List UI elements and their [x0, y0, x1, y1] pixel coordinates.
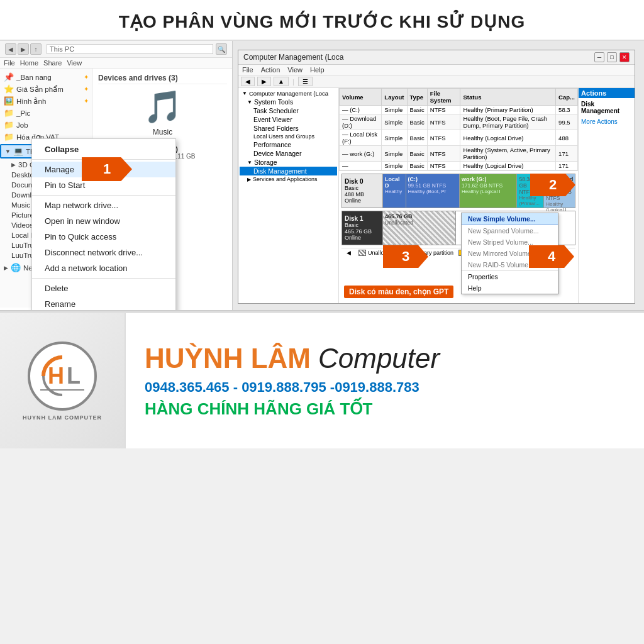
disk-1-size: 465.76 GB [345, 228, 380, 235]
cm-item-map-network[interactable]: Map network drive... [32, 197, 175, 213]
dcm-properties[interactable]: Properties [462, 271, 558, 282]
p-size: Unallocated [385, 219, 453, 226]
dcm-new-mirrored[interactable]: New Mirrored Volume... [462, 248, 558, 259]
partition-unnamed[interactable]: 58.38 GB NTFS Healthy (Primar... [517, 174, 544, 208]
maximize-btn[interactable]: □ [607, 52, 617, 62]
quick-access-item-gia-san-pham[interactable]: ⭐ Giá Sản phẩm ✦ [0, 83, 92, 95]
bottom-banner: H L HUYNH LAM COMPUTER HUỲNH LÂM Compute… [0, 311, 644, 448]
quick-access-item-ban-nang[interactable]: 📌 _Ban nang ✦ [0, 71, 92, 83]
dcm-new-raid5[interactable]: New RAID-5 Volume... [462, 259, 558, 270]
close-btn[interactable]: ✕ [619, 52, 630, 62]
cm-item-open-new[interactable]: Open in new window [32, 213, 175, 229]
item-label: Giá Sản phẩm [16, 85, 64, 94]
cm-item-add-network[interactable]: Add a network location [32, 260, 175, 276]
up-btn[interactable]: ↑ [30, 43, 42, 55]
cell-type: Basic [407, 106, 427, 114]
cm-item-pin-quick[interactable]: Pin to Quick access [32, 229, 175, 245]
back-btn[interactable]: ◀ [5, 43, 16, 55]
legend-nav-left[interactable]: ◀ [347, 250, 351, 256]
cell-cap: 171 [556, 162, 578, 170]
cm-item-manage[interactable]: Manage [32, 162, 175, 177]
disk-1-empty: New Simple Volume... New Spanned Volume.… [456, 211, 575, 245]
cell-volume: — Local Disk (F:) [340, 130, 382, 146]
expand-arrow: ▶ [11, 162, 16, 168]
pin-icon: 📌 [4, 72, 14, 82]
partition-c[interactable]: (C:) 99.51 GB NTFS Healthy (Boot, Pr [406, 174, 460, 208]
forward-btn[interactable]: ▶ [18, 43, 29, 55]
quick-access-item-hinh-anh[interactable]: 🖼️ Hình ảnh ✦ [0, 95, 92, 107]
tree-computer-mgmt[interactable]: ▼ Computer Management (Loca [240, 89, 337, 97]
p-size: 171.62 GB NTFS [462, 182, 515, 189]
back-toolbar-btn[interactable]: ◀ [241, 77, 255, 86]
disk-mgmt-action-label: Disk Management [581, 101, 632, 114]
computer-icon: 💻 [13, 147, 23, 156]
table-row[interactable]: — work (G:) Simple Basic NTFS Healthy (S… [340, 146, 578, 162]
partition-work-g[interactable]: work (G:) 171.62 GB NTFS Healthy (Logica… [460, 174, 518, 208]
dcm-help[interactable]: Help [462, 282, 558, 294]
tree-local-users[interactable]: Local Users and Groups [240, 133, 337, 140]
partition-download-i[interactable]: Download (I) 135.75 GB NTFS Healthy (Log… [544, 174, 575, 208]
network-icon: 🌐 [11, 263, 21, 272]
cm-left-tree: ▼ Computer Management (Loca ▼ System Too… [238, 88, 339, 303]
disk-1-unallocated[interactable]: 465.76 GB Unallocated [383, 211, 456, 245]
show-hide-btn[interactable]: ☰ [298, 77, 313, 86]
more-actions-item[interactable]: More Actions [581, 117, 632, 126]
tree-device-manager[interactable]: Device Manager [240, 149, 337, 158]
cm-item-rename[interactable]: Rename [32, 296, 175, 310]
col-fs: File System [427, 89, 460, 106]
quick-access-item-job[interactable]: 📁 Job [0, 119, 92, 131]
menu-help[interactable]: Help [310, 66, 325, 74]
actions-panel: Actions Disk Management More Actions [578, 88, 635, 303]
tree-disk-management[interactable]: Disk Management [240, 167, 337, 175]
dcm-new-striped[interactable]: New Striped Volume... [462, 236, 558, 248]
search-btn[interactable]: 🔍 [216, 43, 227, 55]
file-explorer-header: ◀ ▶ ↑ This PC 🔍 [0, 41, 232, 58]
menu-action[interactable]: Action [261, 66, 280, 74]
tree-performance[interactable]: Performance [240, 140, 337, 149]
tree-event-viewer[interactable]: Event Viewer [240, 115, 337, 124]
item-label: Music [11, 201, 30, 209]
toolbar-share[interactable]: Share [43, 59, 62, 67]
up-toolbar-btn[interactable]: ▲ [274, 77, 289, 86]
cm-toolbar: ◀ ▶ ▲ | ☰ [238, 75, 635, 88]
cm-item-disconnect[interactable]: Disconnect network drive... [32, 245, 175, 260]
cm-item-pin-start[interactable]: Pin to Start [32, 177, 175, 193]
forward-toolbar-btn[interactable]: ▶ [257, 77, 271, 86]
menu-view[interactable]: View [287, 66, 303, 74]
pin-star: ✦ [84, 74, 89, 80]
toolbar-view[interactable]: View [67, 59, 82, 67]
dcm-new-spanned[interactable]: New Spanned Volume... [462, 225, 558, 236]
logo-inner: H L [34, 351, 91, 401]
cell-type: Basic [407, 162, 427, 170]
tree-task-scheduler[interactable]: Task Scheduler [240, 106, 337, 115]
table-row[interactable]: — Simple Basic NTFS Healthy (Logical Dri… [340, 162, 578, 170]
tree-storage[interactable]: ▼ Storage [240, 158, 337, 167]
cell-layout: Simple [382, 130, 407, 146]
disk-caption: Disk có màu đen, chọn GPT [344, 286, 453, 298]
p-size: 99.51 GB NTFS [408, 182, 457, 189]
address-bar[interactable]: This PC [47, 44, 213, 54]
toolbar-file[interactable]: File [4, 59, 15, 67]
cm-menubar: File Action View Help [238, 65, 635, 75]
table-row[interactable]: — Download (D:) Simple Basic NTFS Health… [340, 114, 578, 130]
tree-shared-folders[interactable]: Shared Folders [240, 124, 337, 133]
tree-services[interactable]: ▶ Services and Applications [240, 175, 337, 183]
minimize-btn[interactable]: ─ [594, 52, 604, 62]
music-folder[interactable]: 🎵 Music [138, 91, 188, 135]
nav-buttons: ◀ ▶ ↑ [5, 43, 42, 55]
dcm-new-simple-vol[interactable]: New Simple Volume... [462, 213, 558, 225]
table-row[interactable]: — (C:) Simple Basic NTFS Healthy (Primar… [340, 106, 578, 114]
tree-system-tools[interactable]: ▼ System Tools [240, 97, 337, 106]
quick-access-item-pic[interactable]: 📁 _Pic [0, 107, 92, 119]
volume-table-section: Volume Layout Type File System Status Ca… [339, 88, 578, 171]
cm-item-collapse[interactable]: Collapse [32, 142, 175, 157]
table-row[interactable]: — Local Disk (F:) Simple Basic NTFS Heal… [340, 130, 578, 146]
toolbar-home[interactable]: Home [20, 59, 38, 67]
cell-layout: Simple [382, 162, 407, 170]
svg-text:H: H [48, 363, 64, 389]
cell-layout: Simple [382, 146, 407, 162]
tree-item-label: Storage [254, 158, 277, 166]
cm-item-delete[interactable]: Delete [32, 280, 175, 296]
partition-local-d[interactable]: Local D Healthy [383, 174, 406, 208]
menu-file[interactable]: File [242, 66, 253, 74]
